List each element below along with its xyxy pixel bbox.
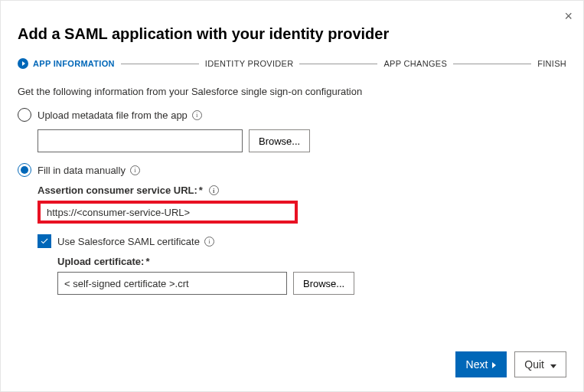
intro-text: Get the following information from your … [18,86,566,97]
upload-cert-label: Upload certificate: * [57,256,566,267]
next-button[interactable]: Next [455,351,507,377]
checkbox-icon [38,234,51,248]
dialog: × Add a SAML application with your ident… [0,0,584,392]
upload-cert-section: Upload certificate: * Browse... [38,256,566,295]
cert-file-row: Browse... [57,272,566,295]
manual-section: Assertion consumer service URL: * i Use … [18,185,566,295]
step-divider [299,64,377,64]
label-text: Assertion consumer service URL: [38,185,197,196]
cert-file-input[interactable] [57,272,287,295]
button-label: Next [466,358,488,371]
radio-icon [18,108,31,122]
metadata-browse-button[interactable]: Browse... [249,129,310,152]
checkbox-use-sf-cert[interactable]: Use Salesforce SAML certificate i [38,234,566,248]
play-icon [18,58,28,69]
step-label: IDENTITY PROVIDER [205,59,294,68]
radio-label: Fill in data manually [38,165,126,176]
step-label: FINISH [537,59,566,68]
step-divider [453,64,531,64]
info-icon[interactable]: i [192,110,202,120]
info-icon[interactable]: i [209,185,219,195]
step-identity-provider: IDENTITY PROVIDER [205,59,294,68]
radio-fill-manually[interactable]: Fill in data manually i [18,163,566,177]
chevron-down-icon [549,358,556,371]
step-app-information: APP INFORMATION [18,58,115,69]
dialog-footer: Next Quit [455,351,566,377]
required-mark: * [145,256,149,267]
chevron-right-icon [491,358,496,371]
cert-browse-button[interactable]: Browse... [293,272,354,295]
metadata-file-input[interactable] [38,129,243,152]
step-divider [121,64,199,64]
close-icon[interactable]: × [564,8,573,24]
step-label: APP CHANGES [383,59,447,68]
step-label: APP INFORMATION [33,59,115,68]
step-finish: FINISH [537,59,566,68]
radio-upload-metadata[interactable]: Upload metadata file from the app i [18,108,566,122]
required-mark: * [199,185,203,196]
radio-label: Upload metadata file from the app [38,109,188,121]
quit-button[interactable]: Quit [514,351,566,377]
wizard-stepper: APP INFORMATION IDENTITY PROVIDER APP CH… [18,58,566,69]
step-app-changes: APP CHANGES [383,59,447,68]
radio-icon [18,163,31,177]
info-icon[interactable]: i [130,165,140,175]
info-icon[interactable]: i [204,237,214,247]
acs-url-label: Assertion consumer service URL: * i [38,185,566,196]
metadata-file-row: Browse... [38,129,566,152]
button-label: Quit [524,358,544,371]
checkbox-label: Use Salesforce SAML certificate [57,236,200,247]
dialog-title: Add a SAML application with your identit… [18,25,566,43]
label-text: Upload certificate: [57,256,144,267]
acs-url-input[interactable] [38,201,298,224]
